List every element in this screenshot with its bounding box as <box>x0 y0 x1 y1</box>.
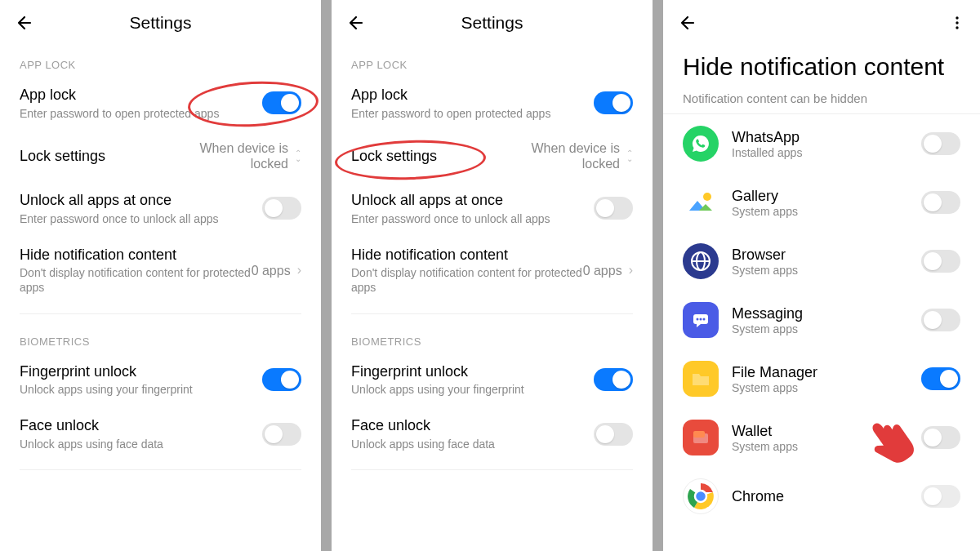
unlock-all-toggle[interactable] <box>594 197 633 220</box>
page-title: Hide notification content <box>663 46 980 88</box>
row-fingerprint[interactable]: Fingerprint unlock Unlock apps using you… <box>332 353 653 407</box>
app-sub: System apps <box>732 381 908 394</box>
gallery-icon <box>683 184 719 220</box>
svg-rect-12 <box>693 431 705 438</box>
row-unlock-all[interactable]: Unlock all apps at once Enter password o… <box>0 181 321 236</box>
row-face-unlock[interactable]: Face unlock Unlock apps using face data <box>332 407 653 461</box>
row-title: Unlock all apps at once <box>20 191 262 210</box>
row-value: When device is locked <box>182 140 288 171</box>
divider <box>351 313 633 314</box>
back-button[interactable] <box>13 11 36 34</box>
unlock-all-toggle[interactable] <box>262 197 301 220</box>
app-sub: Installed apps <box>732 146 908 159</box>
app-row-wallet[interactable]: Wallet System apps <box>663 408 980 467</box>
app-row-chrome[interactable]: Chrome <box>663 467 980 514</box>
app-lock-toggle[interactable] <box>594 91 633 114</box>
back-button[interactable] <box>345 11 368 34</box>
row-lock-settings[interactable]: Lock settings When device is locked ⌃⌄ <box>332 131 653 181</box>
app-row-file-manager[interactable]: File Manager System apps <box>663 349 980 408</box>
section-header-applock: APP LOCK <box>0 46 321 76</box>
row-sub: Don't display notification content for p… <box>20 265 252 295</box>
row-title: App lock <box>351 86 594 104</box>
svg-point-0 <box>956 16 958 19</box>
app-name: Gallery <box>732 188 908 205</box>
app-row-browser[interactable]: Browser System apps <box>663 232 980 291</box>
arrow-left-icon <box>346 13 366 33</box>
row-sub: Unlock apps using your fingerprint <box>351 382 594 397</box>
page-title: Settings <box>461 13 523 33</box>
fingerprint-toggle[interactable] <box>262 368 301 391</box>
gallery-toggle[interactable] <box>921 191 960 214</box>
row-unlock-all[interactable]: Unlock all apps at once Enter password o… <box>332 181 653 236</box>
svg-point-2 <box>956 26 958 29</box>
row-title: App lock <box>20 86 262 104</box>
row-sub: Unlock apps using face data <box>20 437 262 451</box>
topbar: Settings <box>0 0 321 46</box>
row-sub: Enter password once to unlock all apps <box>351 211 594 226</box>
face-toggle[interactable] <box>262 423 301 446</box>
app-row-gallery[interactable]: Gallery System apps <box>663 173 980 232</box>
chrome-toggle[interactable] <box>921 485 960 508</box>
topbar: Settings <box>332 0 653 46</box>
wallet-toggle[interactable] <box>921 426 960 449</box>
row-sub: Don't display notification content for p… <box>351 265 583 295</box>
messaging-icon <box>683 302 719 338</box>
chevron-right-icon: › <box>297 263 301 278</box>
app-sub: System apps <box>732 322 908 335</box>
row-sub: Unlock apps using face data <box>351 437 594 451</box>
file-manager-icon <box>683 361 719 397</box>
row-sub: Enter password to open protected apps <box>351 106 594 121</box>
app-lock-toggle[interactable] <box>262 91 301 114</box>
row-title: Hide notification content <box>351 246 583 264</box>
row-hide-notification[interactable]: Hide notification content Don't display … <box>332 236 653 305</box>
more-button[interactable] <box>947 13 967 33</box>
divider <box>20 313 301 314</box>
row-lock-settings[interactable]: Lock settings When device is locked ⌃⌄ <box>0 131 321 181</box>
section-header-applock: APP LOCK <box>332 46 653 76</box>
svg-point-1 <box>956 21 958 24</box>
row-app-lock[interactable]: App lock Enter password to open protecte… <box>332 76 653 131</box>
browser-icon <box>683 243 719 279</box>
row-title: Unlock all apps at once <box>351 191 594 210</box>
fingerprint-toggle[interactable] <box>594 368 633 391</box>
section-header-biometrics: BIOMETRICS <box>332 322 653 353</box>
section-header-biometrics: BIOMETRICS <box>0 322 321 353</box>
row-value: 0 apps <box>583 263 622 278</box>
row-title: Fingerprint unlock <box>20 362 262 381</box>
page-title: Settings <box>130 13 192 33</box>
whatsapp-toggle[interactable] <box>921 132 960 155</box>
row-app-lock[interactable]: App lock Enter password to open protecte… <box>0 76 321 131</box>
messaging-toggle[interactable] <box>921 309 960 331</box>
row-title: Fingerprint unlock <box>351 362 594 381</box>
settings-screen-1: Settings APP LOCK App lock Enter passwor… <box>0 0 321 551</box>
browser-toggle[interactable] <box>921 250 960 273</box>
app-name: WhatsApp <box>732 129 908 146</box>
app-sub: System apps <box>732 440 908 453</box>
row-title: Hide notification content <box>20 246 252 264</box>
row-sub: Enter password to open protected apps <box>20 106 262 121</box>
row-title: Face unlock <box>351 416 594 435</box>
back-button[interactable] <box>676 11 699 34</box>
app-name: Chrome <box>732 488 908 505</box>
row-face-unlock[interactable]: Face unlock Unlock apps using face data <box>0 407 321 461</box>
chevron-right-icon: › <box>629 263 633 278</box>
app-name: Messaging <box>732 305 908 322</box>
divider <box>20 469 301 470</box>
svg-point-10 <box>703 318 706 321</box>
face-toggle[interactable] <box>594 423 633 446</box>
app-row-messaging[interactable]: Messaging System apps <box>663 291 980 349</box>
topbar <box>663 0 980 46</box>
row-sub: Unlock apps using your fingerprint <box>20 382 262 397</box>
row-fingerprint[interactable]: Fingerprint unlock Unlock apps using you… <box>0 353 321 407</box>
whatsapp-icon <box>683 126 719 162</box>
row-hide-notification[interactable]: Hide notification content Don't display … <box>0 236 321 305</box>
row-title: Lock settings <box>20 147 182 166</box>
file-manager-toggle[interactable] <box>921 367 960 390</box>
app-row-whatsapp[interactable]: WhatsApp Installed apps <box>663 114 980 173</box>
svg-point-9 <box>700 318 702 321</box>
app-name: Browser <box>732 247 908 264</box>
settings-screen-2: Settings APP LOCK App lock Enter passwor… <box>332 0 653 551</box>
divider <box>351 469 633 470</box>
app-sub: System apps <box>732 205 908 218</box>
updown-icon: ⌃⌄ <box>626 150 633 162</box>
